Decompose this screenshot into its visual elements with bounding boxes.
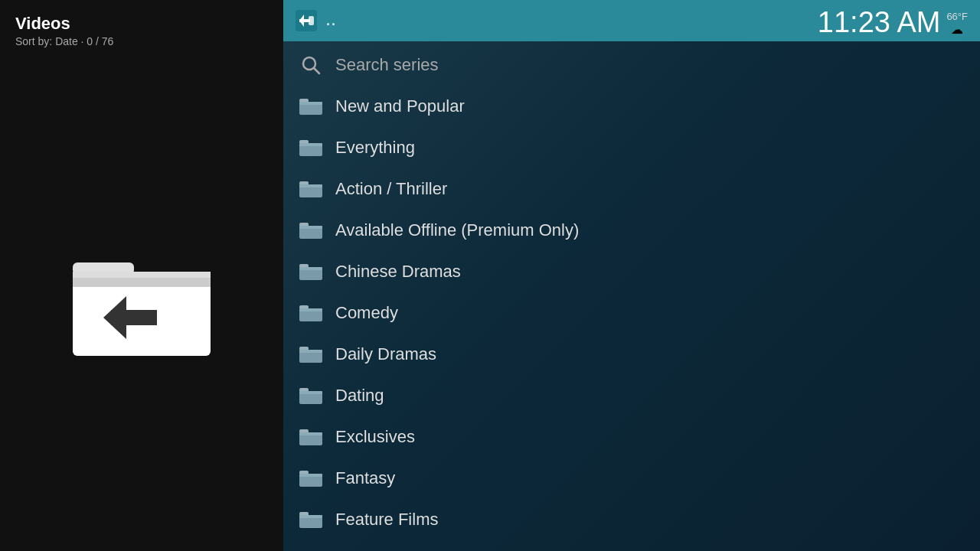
svg-rect-43: [299, 515, 322, 518]
category-list: Search series New and Popular: [283, 41, 980, 551]
folder-icon: [299, 220, 323, 240]
clock: 11:23 AM: [818, 8, 941, 37]
svg-rect-31: [299, 350, 322, 353]
svg-rect-3: [73, 272, 211, 278]
folder-icon: [299, 303, 323, 323]
svg-rect-19: [299, 184, 322, 187]
weather-icon: ☁: [951, 22, 963, 37]
back-arrow-icon: [298, 12, 315, 29]
folder-back-icon: [65, 241, 218, 364]
folder-icon: [299, 138, 323, 158]
folder-item[interactable]: New and Popular: [283, 86, 980, 127]
folder-item[interactable]: Comedy: [283, 292, 980, 334]
folder-label: Fantasy: [335, 468, 395, 488]
left-panel: Videos Sort by: Date · 0 / 76: [0, 0, 283, 551]
weather-block: 66°F ☁: [946, 11, 968, 37]
svg-rect-28: [299, 308, 322, 311]
status-bar: 11:23 AM 66°F ☁: [805, 0, 980, 44]
folder-item[interactable]: Everything: [283, 127, 980, 168]
svg-rect-25: [299, 267, 322, 270]
folder-icon: [299, 262, 323, 282]
svg-rect-37: [299, 432, 322, 435]
folder-label: Exclusives: [335, 427, 415, 447]
folder-label: New and Popular: [335, 96, 465, 116]
folder-item[interactable]: Exclusives: [283, 416, 980, 458]
folder-icon: [299, 344, 323, 364]
sort-info: Sort by: Date · 0 / 76: [15, 35, 268, 47]
folder-icon: [299, 179, 323, 199]
folder-icon: [299, 510, 323, 530]
folder-label: Daily Dramas: [335, 344, 436, 364]
svg-rect-40: [299, 474, 322, 477]
back-button[interactable]: [296, 10, 317, 31]
folder-label: Comedy: [335, 303, 398, 323]
header-info: Videos Sort by: Date · 0 / 76: [0, 0, 283, 54]
folder-label: Dating: [335, 386, 384, 406]
folder-icon-container: [0, 54, 283, 551]
folder-icon: [299, 468, 323, 488]
folder-item[interactable]: Fantasy: [283, 458, 980, 499]
folder-label: Action / Thriller: [335, 179, 447, 199]
svg-rect-8: [309, 16, 314, 25]
search-icon: [299, 53, 323, 77]
folder-icon: [299, 96, 323, 116]
folder-icon: [299, 427, 323, 447]
svg-marker-7: [299, 15, 304, 27]
folder-item[interactable]: Available Offline (Premium Only): [283, 210, 980, 251]
svg-line-10: [314, 68, 319, 73]
search-item[interactable]: Search series: [283, 44, 980, 86]
folder-label: Chinese Dramas: [335, 262, 461, 282]
temperature: 66°F: [946, 11, 968, 22]
right-panel: 11:23 AM 66°F ☁ .. Search: [283, 0, 980, 551]
svg-rect-34: [299, 391, 322, 394]
folder-label: Feature Films: [335, 510, 438, 530]
app-title: Videos: [15, 14, 268, 34]
folder-label: Available Offline (Premium Only): [335, 220, 579, 240]
svg-rect-22: [299, 226, 322, 229]
folder-item[interactable]: Feature Films: [283, 499, 980, 540]
folder-icon: [299, 386, 323, 406]
folder-item[interactable]: Action / Thriller: [283, 168, 980, 210]
folder-item[interactable]: Chinese Dramas: [283, 251, 980, 292]
svg-rect-13: [299, 102, 322, 105]
folder-item[interactable]: Dating: [283, 375, 980, 416]
folder-label: Everything: [335, 138, 415, 158]
nav-path: ..: [326, 13, 337, 29]
search-label: Search series: [335, 55, 439, 75]
folder-item[interactable]: Daily Dramas: [283, 334, 980, 375]
svg-rect-16: [299, 143, 322, 146]
